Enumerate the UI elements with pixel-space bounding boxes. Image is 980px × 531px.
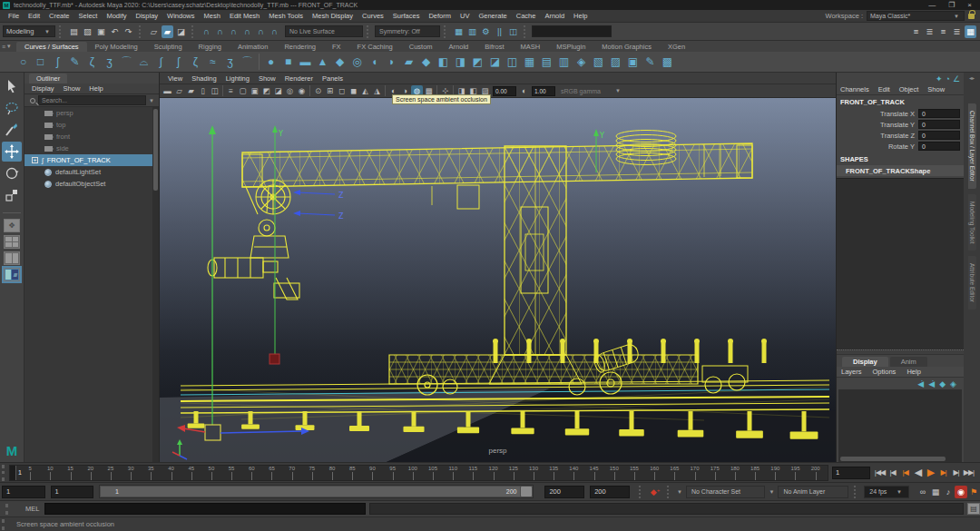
menu-file[interactable]: File — [4, 12, 24, 20]
nurbs-cube-icon[interactable]: ■ — [279, 54, 297, 71]
viewport-menu-lighting[interactable]: Lighting — [221, 74, 254, 83]
viewport-menu-panels[interactable]: Panels — [318, 74, 348, 83]
new-layer-icon[interactable]: ◆ — [939, 379, 946, 388]
nurbs-cone-icon[interactable]: ▲ — [314, 54, 331, 71]
playback-range-bar[interactable]: 1 200 — [99, 485, 534, 498]
offset-curve-icon[interactable]: ≈ — [204, 54, 221, 71]
lasso-tool[interactable] — [2, 98, 22, 118]
symmetry-field[interactable]: Symmetry: Off — [375, 25, 440, 37]
chevron-down-icon[interactable]: ▼ — [677, 489, 682, 495]
select-tool[interactable] — [2, 76, 22, 96]
nurbs-plane-icon[interactable]: ◆ — [331, 54, 348, 71]
scale-tool[interactable] — [2, 185, 22, 205]
animation-end-field[interactable]: 200 — [590, 486, 630, 498]
insert-isoparm-icon[interactable]: ▥ — [555, 54, 573, 71]
nurbs-sphere-icon[interactable]: ● — [262, 54, 279, 71]
save-scene-icon[interactable]: ▣ — [95, 25, 107, 38]
viewport-panel[interactable]: ViewShadingLightingShowRendererPanels ▬▱… — [160, 73, 836, 462]
insert-knot-icon[interactable]: ʃ — [170, 54, 187, 71]
select-component-icon[interactable]: ◪ — [175, 25, 187, 38]
cv-curve-icon[interactable]: ʃ — [49, 54, 66, 71]
outliner-item-defaultobjectset[interactable]: defaultObjectSet — [24, 178, 159, 190]
maximize-button[interactable]: ❐ — [948, 1, 955, 9]
grip-divider[interactable] — [139, 25, 143, 38]
outliner-item-persp[interactable]: persp — [24, 107, 159, 119]
layer-list-area[interactable] — [838, 389, 962, 462]
grip-divider[interactable] — [639, 486, 643, 498]
empty-layer-icon[interactable]: ◀̇ — [928, 379, 935, 388]
ipr-render-icon[interactable]: ▥ — [466, 25, 478, 38]
exposure-field[interactable]: 0.00 — [493, 86, 516, 96]
open-close-icon[interactable]: ▤ — [538, 54, 555, 71]
shelf-tab-sculpting[interactable]: Sculpting — [146, 42, 191, 52]
channel-value-field[interactable]: 0 — [918, 131, 960, 140]
workspace-lock-icon[interactable] — [968, 14, 975, 19]
channel-menu-show[interactable]: Show — [924, 85, 948, 93]
render-icon[interactable]: ▦ — [453, 25, 465, 38]
command-result-field[interactable] — [369, 503, 964, 515]
grip-divider[interactable] — [5, 504, 13, 515]
playback-start-field[interactable]: 1 — [51, 486, 94, 498]
key-ticks-icon[interactable]: ✦ — [936, 74, 943, 84]
use-all-lights-icon[interactable]: ◩ — [260, 85, 272, 97]
grip-divider[interactable] — [524, 25, 528, 38]
outliner-search-input[interactable]: Search... — [38, 95, 146, 105]
graph-icon[interactable]: ∠ — [953, 74, 960, 84]
play-backwards-button[interactable]: ◀ — [912, 467, 924, 479]
chevron-down-icon[interactable]: ▼ — [149, 98, 154, 103]
birail-icon[interactable]: ◨ — [452, 54, 469, 71]
viewport-menu-show[interactable]: Show — [254, 74, 280, 83]
animation-prefs-icon[interactable]: ⚑ — [967, 486, 980, 498]
nurbs-square-icon[interactable]: □ — [32, 54, 49, 71]
step-forward-key-button[interactable]: ▶| — [937, 467, 949, 479]
shelf-tab-xgen[interactable]: XGen — [660, 42, 693, 52]
workspace-select[interactable]: Maya Classic*▼ — [867, 11, 965, 21]
minimize-button[interactable]: — — [928, 1, 936, 9]
outliner-item-defaultlightset[interactable]: defaultLightSet — [24, 166, 159, 178]
outliner-item-top[interactable]: top — [24, 119, 159, 131]
channel-label[interactable]: Translate X — [880, 110, 915, 118]
shelf-tab-custom[interactable]: Custom — [401, 42, 441, 52]
menu-windows[interactable]: Windows — [162, 12, 199, 20]
nurbs-cylinder-icon[interactable]: ▬ — [297, 54, 314, 71]
step-back-frame-button[interactable]: |◀ — [887, 467, 898, 479]
trim-icon[interactable]: ▧ — [590, 54, 607, 71]
shadows-icon[interactable]: ◪ — [272, 85, 284, 97]
sidebar-tab-channel-box-layer-editor[interactable]: Channel Box / Layer Editor — [968, 103, 976, 189]
menu-display[interactable]: Display — [132, 12, 163, 20]
single-pane-layout-button[interactable]: ✥ — [4, 219, 20, 232]
step-forward-frame-button[interactable]: ▶| — [950, 467, 962, 479]
shelf-tab-rigging[interactable]: Rigging — [191, 42, 230, 52]
shelf-tab-curves-surfaces[interactable]: Curves / Surfaces — [16, 42, 87, 52]
menu-modify[interactable]: Modify — [102, 12, 131, 20]
channel-label[interactable]: Rotate Y — [888, 143, 915, 151]
playback-end-field[interactable]: 200 — [544, 486, 584, 498]
fps-select[interactable]: 24 fps▼ — [864, 486, 909, 498]
loop-icon[interactable]: ∞ — [916, 486, 929, 498]
planar-icon[interactable]: ◆ — [417, 54, 435, 71]
channel-value-field[interactable]: 0 — [918, 142, 960, 151]
mel-command-input[interactable] — [44, 503, 365, 515]
shelf-tab-arnold[interactable]: Arnold — [441, 42, 477, 52]
mute-audio-icon[interactable]: ♪ — [942, 486, 955, 498]
field-chart-icon[interactable]: ⊞ — [324, 85, 336, 97]
menu-uv[interactable]: UV — [456, 12, 474, 20]
expand-icon[interactable]: + — [32, 157, 38, 163]
bookmark-icon[interactable]: ▯ — [197, 85, 209, 97]
shelf-tab-poly-modeling[interactable]: Poly Modeling — [87, 42, 146, 52]
layer-tab-display[interactable]: Display — [842, 357, 888, 367]
safe-title-icon[interactable]: ◮ — [371, 85, 383, 97]
shelf-tab-fx-caching[interactable]: FX Caching — [349, 42, 401, 52]
chevron-down-icon[interactable]: ▼ — [769, 489, 774, 495]
show-channel-box-icon[interactable]: ▦ — [965, 25, 976, 38]
anim-layer-select[interactable]: No Anim Layer — [778, 486, 848, 498]
menu-cache[interactable]: Cache — [512, 12, 541, 20]
ep-curve-icon[interactable]: ✎ — [66, 54, 83, 71]
bezier-curve-icon[interactable]: ζ — [83, 54, 101, 71]
channel-value-field[interactable]: 0 — [918, 120, 960, 129]
select-camera-icon[interactable]: ▬ — [162, 85, 173, 97]
outliner-menu-display[interactable]: Display — [28, 84, 58, 93]
outliner-title[interactable]: Outliner — [29, 74, 67, 84]
channel-menu-object[interactable]: Object — [896, 85, 923, 93]
quick-input-field[interactable] — [532, 25, 612, 37]
